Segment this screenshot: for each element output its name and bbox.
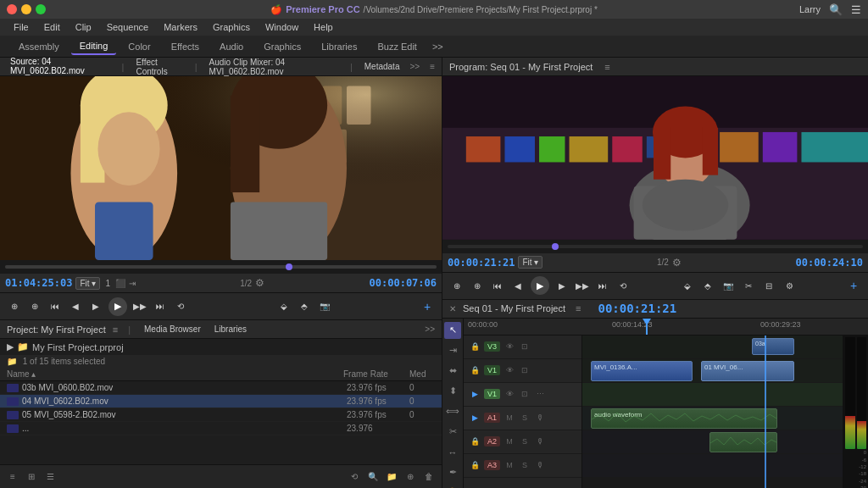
clip-a2-1[interactable] xyxy=(709,432,777,452)
track-a3-lane[interactable] xyxy=(582,454,843,478)
ws-libraries[interactable]: Libraries xyxy=(313,39,365,54)
ws-effects[interactable]: Effects xyxy=(163,39,208,54)
a3-mute-icon[interactable]: M xyxy=(504,459,515,471)
v3-sync-icon[interactable]: ⊡ xyxy=(519,341,531,352)
prog-trim-btn[interactable]: ✂ xyxy=(741,278,756,293)
source-camera-btn[interactable]: 📷 xyxy=(317,299,332,314)
ws-assembly[interactable]: Assembly xyxy=(10,39,68,54)
new-bin-btn[interactable]: ⊕ xyxy=(403,469,418,485)
source-step-fwd-icon[interactable]: ⇥ xyxy=(129,279,136,288)
source-next-edit-btn[interactable]: ▶▶ xyxy=(132,299,147,314)
source-add-marker-btn[interactable]: + xyxy=(420,299,435,314)
ws-buzz-edit[interactable]: Buzz Edit xyxy=(369,39,425,54)
list-view-btn[interactable]: ≡ xyxy=(5,469,20,485)
slip-tool[interactable]: ↔ xyxy=(444,444,461,461)
a1-badge[interactable]: A1 xyxy=(484,413,500,423)
menu-help[interactable]: Help xyxy=(307,20,340,34)
prog-next-edit-btn[interactable]: ▶▶ xyxy=(575,278,590,293)
prog-step-back-btn[interactable]: ◀ xyxy=(510,278,526,293)
source-more-btn[interactable]: >> xyxy=(409,62,420,71)
v1u-badge[interactable]: V1 xyxy=(484,365,500,375)
razor-tool[interactable]: ✂ xyxy=(444,424,461,441)
a3-mic-icon[interactable]: 🎙 xyxy=(534,459,546,471)
project-menu-icon[interactable]: ≡ xyxy=(113,324,118,335)
source-panel-menu[interactable]: ≡ xyxy=(430,62,435,71)
delete-btn[interactable]: 🗑 xyxy=(421,469,437,485)
prog-camera-btn[interactable]: 📷 xyxy=(721,278,736,293)
prog-add-marker-btn[interactable]: + xyxy=(846,278,861,293)
v3-lock-icon[interactable]: 🔒 xyxy=(469,341,481,352)
file-row-4[interactable]: ... 23.976 xyxy=(0,422,442,435)
prog-lift-btn[interactable]: ⬙ xyxy=(680,278,695,293)
source-loop-btn[interactable]: ⟲ xyxy=(173,299,188,314)
prog-goto-out-btn[interactable]: ⏭ xyxy=(595,278,610,293)
libraries-tab[interactable]: Libraries xyxy=(211,323,250,336)
a2-mute-icon[interactable]: M xyxy=(504,435,515,447)
v3-eye-icon[interactable]: 👁 xyxy=(504,341,515,352)
col-name-header[interactable]: Name ▴ xyxy=(7,369,337,379)
program-fit-dropdown[interactable]: Fit ▾ xyxy=(518,256,542,269)
menu-markers[interactable]: Markers xyxy=(157,20,204,34)
prog-step-fwd-btn[interactable]: ▶ xyxy=(554,278,570,293)
prog-compare-btn[interactable]: ⊟ xyxy=(761,278,776,293)
source-settings-icon[interactable]: ⚙ xyxy=(255,277,264,289)
menu-window[interactable]: Window xyxy=(259,20,305,34)
maximize-button[interactable] xyxy=(36,4,46,14)
v1u-lock-icon[interactable]: 🔒 xyxy=(469,364,481,376)
source-step-back-btn[interactable]: ◀ xyxy=(68,299,83,314)
file-row-1[interactable]: 03b MVI_0600.B02.mov 23.976 fps 0 xyxy=(0,381,442,395)
timeline-menu-icon[interactable]: ≡ xyxy=(576,303,581,313)
a2-solo-icon[interactable]: S xyxy=(519,435,531,447)
menu-edit[interactable]: Edit xyxy=(37,20,67,34)
a1-mute-icon[interactable]: M xyxy=(504,412,515,424)
ripple-edit-tool[interactable]: ⬌ xyxy=(444,363,461,380)
program-scrubber[interactable] xyxy=(442,240,868,253)
a2-badge[interactable]: A2 xyxy=(484,436,500,446)
ws-color[interactable]: Color xyxy=(120,39,159,54)
v1u-sync-icon[interactable]: ⊡ xyxy=(519,364,531,376)
menu-icon[interactable]: ☰ xyxy=(851,3,861,16)
timeline-ruler[interactable]: 00:00:00 00:00:14:23 00:00:29:23 00:00:4… xyxy=(464,319,868,336)
effect-controls-tab[interactable]: Effect Controls xyxy=(132,56,186,78)
timeline-close-icon[interactable]: ✕ xyxy=(449,304,456,313)
selection-tool[interactable]: ↖ xyxy=(444,322,461,339)
source-play-btn[interactable]: ▶ xyxy=(108,297,127,316)
file-row-2[interactable]: 04 MVI_0602.B02.mov 23.976 fps 0 xyxy=(0,395,442,408)
clip-v1-2[interactable]: 01 MVI_06... xyxy=(701,361,794,381)
track-a1-lane[interactable]: audio waveform xyxy=(582,407,843,430)
a1-target-icon[interactable]: ▶ xyxy=(469,412,481,424)
pen-tool[interactable]: ✒ xyxy=(444,464,461,481)
col-fps-header[interactable]: Frame Rate xyxy=(343,369,403,379)
prog-loop-btn[interactable]: ⟲ xyxy=(615,278,631,293)
menu-file[interactable]: File xyxy=(7,20,36,34)
search-project-btn[interactable]: 🔍 xyxy=(365,469,381,485)
v1a-sync-icon[interactable]: ⊡ xyxy=(519,388,531,400)
menu-sequence[interactable]: Sequence xyxy=(100,20,156,34)
sort-icon[interactable]: ⟲ xyxy=(347,469,362,485)
search-icon[interactable]: 🔍 xyxy=(829,3,843,16)
a3-lock-icon[interactable]: 🔒 xyxy=(469,459,481,471)
v1a-menu-icon[interactable]: ⋯ xyxy=(534,388,546,400)
track-v1-upper-lane[interactable]: MVI_0136.A... 01 MVI_06... xyxy=(582,359,843,383)
source-overwrite-btn[interactable]: ⬘ xyxy=(297,299,312,314)
clip-v3-1[interactable]: 03a xyxy=(752,338,794,355)
track-v3-lane[interactable]: 03a xyxy=(582,336,843,359)
a2-lock-icon[interactable]: 🔒 xyxy=(469,435,481,447)
v3-badge[interactable]: V3 xyxy=(484,341,500,352)
track-a2-lane[interactable] xyxy=(582,430,843,454)
a1-mic-icon[interactable]: 🎙 xyxy=(534,412,546,424)
prog-mark-in-btn[interactable]: ⊕ xyxy=(449,278,465,293)
metadata-view-btn[interactable]: ☰ xyxy=(42,469,58,485)
ws-editing[interactable]: Editing xyxy=(71,38,117,55)
prog-play-btn[interactable]: ▶ xyxy=(531,276,549,295)
v1a-badge[interactable]: V1 xyxy=(484,389,500,399)
audio-mixer-tab[interactable]: Audio Clip Mixer: 04 MVI_0602.B02.mov xyxy=(206,56,342,78)
hand-tool[interactable]: ✋ xyxy=(444,485,461,488)
v1u-eye-icon[interactable]: 👁 xyxy=(504,364,515,376)
prog-settings2-btn[interactable]: ⚙ xyxy=(782,278,797,293)
close-button[interactable] xyxy=(7,4,17,14)
v1a-target-icon[interactable]: ▶ xyxy=(469,388,481,400)
a3-solo-icon[interactable]: S xyxy=(519,459,531,471)
source-goto-in-btn[interactable]: ⏮ xyxy=(47,299,63,314)
prog-extract-btn[interactable]: ⬘ xyxy=(700,278,715,293)
